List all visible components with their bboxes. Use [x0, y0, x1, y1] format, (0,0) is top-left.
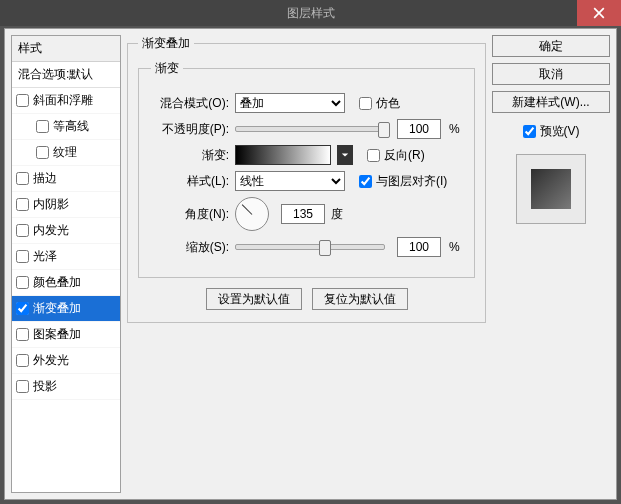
scale-input[interactable] [397, 237, 441, 257]
style-label: 样式(L): [151, 173, 229, 190]
angle-label: 角度(N): [151, 206, 229, 223]
style-item-4[interactable]: 内阴影 [12, 192, 120, 218]
align-checkbox-input[interactable] [359, 175, 372, 188]
style-item-checkbox[interactable] [16, 224, 29, 237]
style-item-checkbox[interactable] [16, 380, 29, 393]
new-style-button[interactable]: 新建样式(W)... [492, 91, 610, 113]
style-item-8[interactable]: 渐变叠加 [12, 296, 120, 322]
scale-label: 缩放(S): [151, 239, 229, 256]
style-item-10[interactable]: 外发光 [12, 348, 120, 374]
style-item-checkbox[interactable] [16, 276, 29, 289]
close-icon [593, 7, 605, 19]
dither-checkbox[interactable]: 仿色 [359, 95, 400, 112]
gradient-overlay-legend: 渐变叠加 [138, 35, 194, 52]
ok-button[interactable]: 确定 [492, 35, 610, 57]
scale-slider[interactable] [235, 244, 385, 250]
dialog-body: 样式 混合选项:默认 斜面和浮雕等高线纹理描边内阴影内发光光泽颜色叠加渐变叠加图… [4, 28, 617, 500]
style-item-9[interactable]: 图案叠加 [12, 322, 120, 348]
style-item-label: 外发光 [33, 352, 69, 369]
align-label: 与图层对齐(I) [376, 173, 447, 190]
gradient-swatch[interactable] [235, 145, 331, 165]
style-item-checkbox[interactable] [36, 146, 49, 159]
style-item-checkbox[interactable] [36, 120, 49, 133]
style-item-label: 颜色叠加 [33, 274, 81, 291]
style-item-0[interactable]: 斜面和浮雕 [12, 88, 120, 114]
right-panel: 确定 取消 新建样式(W)... 预览(V) [492, 35, 610, 493]
style-item-6[interactable]: 光泽 [12, 244, 120, 270]
opacity-label: 不透明度(P): [151, 121, 229, 138]
style-item-label: 描边 [33, 170, 57, 187]
angle-dial[interactable] [235, 197, 269, 231]
gradient-dropdown[interactable] [337, 145, 353, 165]
set-default-button[interactable]: 设置为默认值 [206, 288, 302, 310]
center-panel: 渐变叠加 渐变 混合模式(O): 叠加 仿色 不透明度 [127, 35, 486, 493]
reverse-checkbox[interactable]: 反向(R) [367, 147, 425, 164]
layer-style-dialog: 图层样式 样式 混合选项:默认 斜面和浮雕等高线纹理描边内阴影内发光光泽颜色叠加… [0, 0, 621, 504]
window-title: 图层样式 [287, 5, 335, 22]
blend-mode-select[interactable]: 叠加 [235, 93, 345, 113]
style-item-1[interactable]: 等高线 [12, 114, 120, 140]
style-item-checkbox[interactable] [16, 198, 29, 211]
style-item-checkbox[interactable] [16, 302, 29, 315]
style-item-label: 等高线 [53, 118, 89, 135]
close-button[interactable] [577, 0, 621, 26]
style-item-2[interactable]: 纹理 [12, 140, 120, 166]
style-item-checkbox[interactable] [16, 172, 29, 185]
style-select[interactable]: 线性 [235, 171, 345, 191]
style-item-label: 内发光 [33, 222, 69, 239]
reverse-checkbox-input[interactable] [367, 149, 380, 162]
style-item-checkbox[interactable] [16, 250, 29, 263]
style-item-label: 纹理 [53, 144, 77, 161]
style-item-checkbox[interactable] [16, 354, 29, 367]
preview-gradient [531, 169, 571, 209]
style-item-3[interactable]: 描边 [12, 166, 120, 192]
opacity-input[interactable] [397, 119, 441, 139]
gradient-settings-group: 渐变 混合模式(O): 叠加 仿色 不透明度(P): [138, 60, 475, 278]
blend-mode-label: 混合模式(O): [151, 95, 229, 112]
style-item-label: 图案叠加 [33, 326, 81, 343]
style-item-label: 投影 [33, 378, 57, 395]
preview-box [516, 154, 586, 224]
preview-label: 预览(V) [540, 123, 580, 140]
style-item-checkbox[interactable] [16, 328, 29, 341]
titlebar: 图层样式 [0, 0, 621, 26]
style-item-7[interactable]: 颜色叠加 [12, 270, 120, 296]
dither-label: 仿色 [376, 95, 400, 112]
angle-needle [242, 204, 253, 215]
reverse-label: 反向(R) [384, 147, 425, 164]
style-list-header: 样式 [12, 36, 120, 62]
blending-defaults[interactable]: 混合选项:默认 [12, 62, 120, 88]
style-item-label: 内阴影 [33, 196, 69, 213]
style-item-label: 斜面和浮雕 [33, 92, 93, 109]
gradient-overlay-group: 渐变叠加 渐变 混合模式(O): 叠加 仿色 不透明度 [127, 35, 486, 323]
style-item-11[interactable]: 投影 [12, 374, 120, 400]
style-item-label: 渐变叠加 [33, 300, 81, 317]
opacity-pct: % [449, 122, 460, 136]
gradient-label: 渐变: [151, 147, 229, 164]
gradient-settings-legend: 渐变 [151, 60, 183, 77]
cancel-button[interactable]: 取消 [492, 63, 610, 85]
style-item-label: 光泽 [33, 248, 57, 265]
scale-pct: % [449, 240, 460, 254]
scale-slider-thumb[interactable] [319, 240, 331, 256]
align-checkbox[interactable]: 与图层对齐(I) [359, 173, 447, 190]
dither-checkbox-input[interactable] [359, 97, 372, 110]
reset-default-button[interactable]: 复位为默认值 [312, 288, 408, 310]
angle-unit: 度 [331, 206, 343, 223]
opacity-slider[interactable] [235, 126, 385, 132]
preview-checkbox-input[interactable] [523, 125, 536, 138]
opacity-slider-thumb[interactable] [378, 122, 390, 138]
chevron-down-icon [341, 151, 349, 159]
style-list: 样式 混合选项:默认 斜面和浮雕等高线纹理描边内阴影内发光光泽颜色叠加渐变叠加图… [11, 35, 121, 493]
style-item-5[interactable]: 内发光 [12, 218, 120, 244]
angle-input[interactable] [281, 204, 325, 224]
style-item-checkbox[interactable] [16, 94, 29, 107]
preview-checkbox[interactable]: 预览(V) [492, 123, 610, 140]
